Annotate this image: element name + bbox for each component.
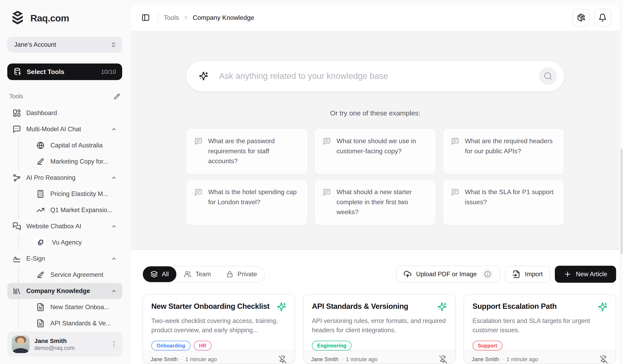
ai-sparkles-icon[interactable]	[277, 302, 286, 311]
edit-pencil-icon[interactable]	[114, 93, 120, 100]
article-card-support-escalation[interactable]: Support Escalation Path Escalation tiers…	[464, 294, 616, 364]
sidebar: Raq.com Jane's Account Select Tools 10/1…	[0, 0, 130, 364]
chevron-right-icon	[183, 15, 189, 21]
sidebar-item-label: Q1 Market Expansio...	[50, 207, 112, 214]
search-input[interactable]	[219, 71, 528, 81]
pin-off-icon[interactable]	[600, 355, 608, 364]
top-bar: Tools Company Knowledge	[131, 4, 619, 31]
import-label: Import	[525, 271, 543, 278]
article-footer: Jane Smith · 1 minute ago	[464, 350, 616, 364]
message-square-text-icon	[451, 188, 459, 196]
import-button[interactable]: Import	[505, 266, 550, 283]
scrollbar-thumb[interactable]	[621, 149, 623, 254]
top-actions	[572, 9, 611, 26]
tab-all[interactable]: All	[143, 266, 176, 282]
sidebar-item-q1-market-expansion[interactable]: Q1 Market Expansio...	[35, 202, 122, 218]
chevron-up-icon[interactable]	[111, 126, 117, 132]
tag-hr[interactable]: HR	[194, 341, 212, 350]
example-card[interactable]: What is the hotel spending cap for Londo…	[186, 179, 308, 225]
message-square-text-icon	[323, 137, 331, 145]
ai-sparkles-icon[interactable]	[598, 302, 607, 311]
search-bar[interactable]	[186, 60, 565, 92]
main-area: Tools Company Knowledge	[130, 0, 623, 364]
article-card-new-starter[interactable]: New Starter Onboarding Checklist Two-wee…	[142, 294, 295, 364]
example-card[interactable]: What should a new starter complete in th…	[314, 179, 436, 225]
example-text: What is the hotel spending cap for Londo…	[208, 187, 299, 217]
sidebar-item-label: Company Knowledge	[26, 287, 90, 295]
example-card[interactable]: What is the SLA for P1 support issues?	[443, 179, 565, 225]
library-actions: Upload PDF or Image Import New Article	[396, 266, 616, 283]
tools-section-label: Tools	[9, 93, 23, 100]
sidebar-item-new-starter-onboarding[interactable]: New Starter Onboa...	[35, 299, 122, 315]
sidebar-item-api-standards[interactable]: API Standards & Ve...	[35, 315, 122, 328]
pen-icon	[36, 271, 45, 279]
sidebar-item-capital-of-australia[interactable]: Capital of Australia	[35, 137, 122, 153]
article-card-api-standards[interactable]: API Standards & Versioning API versionin…	[303, 294, 456, 364]
sidebar-item-multi-model-ai-chat[interactable]: Multi-Model AI Chat	[7, 121, 122, 137]
example-card[interactable]: What are the password requirements for s…	[186, 128, 308, 174]
pin-off-icon[interactable]	[278, 355, 287, 364]
tag-engineering[interactable]: Engineering	[312, 341, 352, 350]
brand-logo-icon	[9, 10, 26, 26]
meta-separator: ·	[341, 356, 343, 363]
select-tools-label: Select Tools	[27, 68, 64, 76]
users-icon	[184, 271, 191, 278]
package-search-button[interactable]	[572, 9, 590, 26]
sidebar-item-label: API Standards & Ve...	[50, 320, 111, 327]
sidebar-item-ai-pro-reasoning[interactable]: AI Pro Reasoning	[7, 170, 122, 186]
new-article-button[interactable]: New Article	[555, 266, 616, 283]
chevron-up-icon[interactable]	[111, 288, 117, 294]
sidebar-item-website-chatbox-ai[interactable]: Website Chatbox AI	[7, 218, 122, 234]
tools-section-header: Tools	[9, 93, 120, 100]
meta-separator: ·	[181, 356, 182, 363]
dashboard-icon	[13, 109, 21, 117]
upload-info-icon[interactable]	[482, 269, 493, 280]
sidebar-item-dashboard[interactable]: Dashboard	[7, 105, 122, 121]
globe-icon	[36, 141, 45, 150]
article-footer: Jane Smith · 1 minute ago	[303, 350, 455, 364]
tab-label: Private	[238, 271, 257, 278]
sidebar-subgroup: Service Agreement	[18, 267, 122, 283]
sidebar-item-service-agreement[interactable]: Service Agreement	[35, 267, 122, 283]
search-submit-button[interactable]	[539, 67, 557, 85]
tab-team[interactable]: Team	[176, 266, 219, 282]
plus-icon	[564, 270, 571, 278]
article-author: Jane Smith	[472, 356, 499, 363]
articles-section: All Team Private	[131, 250, 619, 364]
sidebar-item-label: AI Pro Reasoning	[26, 174, 75, 181]
sidebar-nav: Dashboard Multi-Model AI Chat Capital of…	[7, 105, 122, 328]
pin-off-icon[interactable]	[439, 355, 447, 364]
tag-onboarding[interactable]: Onboarding	[151, 341, 191, 350]
file-text-icon	[36, 303, 45, 311]
tag-support[interactable]: Support	[472, 341, 502, 350]
chevron-up-icon[interactable]	[111, 256, 117, 262]
ai-sparkles-icon[interactable]	[437, 302, 447, 311]
article-author: Jane Smith	[151, 356, 178, 363]
example-card[interactable]: What tone should we use in customer-faci…	[314, 128, 436, 174]
sidebar-toggle-button[interactable]	[139, 11, 152, 24]
chevron-up-icon[interactable]	[111, 175, 117, 181]
example-card[interactable]: What are the required headers for our pu…	[443, 128, 565, 174]
account-switcher[interactable]: Jane's Account	[7, 37, 122, 53]
sidebar-item-marketing-copy[interactable]: Marketing Copy for...	[35, 153, 122, 170]
notifications-button[interactable]	[594, 9, 611, 26]
ellipsis-vertical-icon[interactable]	[110, 340, 118, 348]
sidebar-item-label: Dashboard	[26, 109, 57, 117]
article-description: Escalation tiers and SLA targets for urg…	[472, 316, 607, 335]
sidebar-item-e-sign[interactable]: E-Sign	[7, 251, 122, 267]
user-card[interactable]: Jane Smith demo@raq.com	[7, 332, 122, 357]
sidebar-item-pricing-elasticity[interactable]: Pricing Elasticity M...	[35, 186, 122, 202]
tag-row: Onboarding HR	[151, 341, 286, 350]
sidebar-item-company-knowledge[interactable]: Company Knowledge	[7, 283, 122, 299]
tab-private[interactable]: Private	[219, 266, 265, 282]
sidebar-subgroup: Capital of Australia Marketing Copy for.…	[18, 137, 122, 170]
bell-icon	[598, 13, 607, 22]
sidebar-item-label: Vu Agency	[52, 239, 82, 246]
upload-pdf-image-button[interactable]: Upload PDF or Image	[396, 266, 500, 283]
chevron-up-icon[interactable]	[111, 223, 117, 229]
article-author: Jane Smith	[311, 356, 338, 363]
select-tools-button[interactable]: Select Tools 10/10	[7, 64, 122, 80]
lock-icon	[226, 271, 233, 278]
sidebar-item-vu-agency[interactable]: Vu Agency	[35, 234, 122, 251]
breadcrumb-tools[interactable]: Tools	[164, 14, 179, 21]
